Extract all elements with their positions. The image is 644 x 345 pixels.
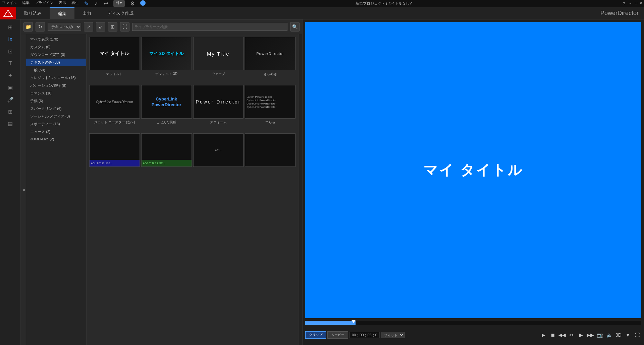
menu-plugin[interactable]: プラグイン xyxy=(35,0,53,7)
filter-dropdown[interactable]: テキストのみ xyxy=(48,23,81,31)
sidebar-audio-icon[interactable]: 🎤 xyxy=(4,94,16,105)
template-r3b[interactable]: AGS TITLE USE... xyxy=(141,133,192,180)
category-download[interactable]: ダウンロード完了 (0) xyxy=(26,51,86,59)
tab-edit[interactable]: 編集 xyxy=(50,7,74,19)
category-credits[interactable]: クレジット/スクロール (15) xyxy=(26,74,86,82)
template-balloon[interactable]: CyberLink PowerDirector しぼんだ風船 xyxy=(141,85,192,132)
category-3d[interactable]: 3D/3D-Like (2) xyxy=(26,136,86,142)
import-btn[interactable]: 📁 xyxy=(23,22,33,31)
template-swarm[interactable]: Power Director スウォーム xyxy=(193,85,244,132)
3d-dropdown-btn[interactable]: ▼ xyxy=(624,331,632,339)
template-coaster[interactable]: CyberLink PowerDirector ジェット コースター (左へ) xyxy=(89,85,140,132)
category-sporty[interactable]: スポーティー (13) xyxy=(26,120,86,128)
category-all[interactable]: すべて表示 (170) xyxy=(26,36,86,43)
preview-title: マイ タイトル xyxy=(423,161,523,180)
template-default[interactable]: マイ タイトル デフォルト xyxy=(89,37,140,84)
tab-disc[interactable]: ディスク作成 xyxy=(99,7,142,19)
fast-forward-btn[interactable]: ▶▶ xyxy=(586,331,594,339)
menu-play[interactable]: 再生 xyxy=(71,0,79,7)
sidebar-particle-icon[interactable]: ✦ xyxy=(4,70,16,80)
fullscreen-prev-btn[interactable]: ⛶ xyxy=(633,331,641,339)
category-vacation[interactable]: バケーション/旅行 (8) xyxy=(26,82,86,89)
preview-screen: マイ タイトル xyxy=(305,22,641,318)
template-sparkle-label: きらめき xyxy=(264,72,277,76)
category-news[interactable]: ニュース (2) xyxy=(26,128,86,136)
template-r3c[interactable]: ARI... xyxy=(193,133,244,180)
minimize-btn[interactable]: － xyxy=(629,1,632,6)
category-romance[interactable]: ロマンス (10) xyxy=(26,89,86,97)
template-3d[interactable]: マイ 3D タイトル デフォルト 3D xyxy=(141,37,192,84)
preview-background: マイ タイトル xyxy=(305,22,641,318)
template-coaster-label: ジェット コースター (左へ) xyxy=(94,120,135,125)
library-toolbar: 📁 ↻ テキストのみ ↗ ↙ ⊞ ⛶ 🔍 xyxy=(21,19,302,34)
category-list: すべて表示 (170) カスタム (0) ダウンロード完了 (0) テキストのみ… xyxy=(26,34,87,345)
category-kids[interactable]: 子供 (6) xyxy=(26,97,86,105)
sidebar-subtitle-icon[interactable]: ▤ xyxy=(4,119,16,129)
svg-point-2 xyxy=(8,15,9,16)
restore-btn[interactable]: □ xyxy=(635,1,637,6)
playback-controls: クリップ ムービー 00；00；05；00 フィット ▶ ⏹ ◀◀ ✂ ▶ ▶▶… xyxy=(303,325,644,345)
sidebar-media-icon[interactable]: ⊞ xyxy=(4,22,16,32)
3d-btn[interactable]: 3D xyxy=(614,331,623,339)
content-area: 📁 ↻ テキストのみ ↗ ↙ ⊞ ⛶ 🔍 ◀ すべて表示 (170) xyxy=(21,19,644,345)
import2-btn[interactable]: ↙ xyxy=(96,22,105,31)
project-title: 新規プロジェクト (タイトルなし)* xyxy=(356,1,412,6)
snapshot-btn[interactable]: 📷 xyxy=(596,331,604,339)
progress-fill xyxy=(305,321,356,325)
menu-file[interactable]: ファイル xyxy=(2,0,17,7)
refresh-btn[interactable]: ↻ xyxy=(36,22,45,31)
collapse-sidebar-btn[interactable]: ◀ xyxy=(21,34,26,345)
category-sparkling[interactable]: スパークリング (6) xyxy=(26,105,86,113)
library-panel: 📁 ↻ テキストのみ ↗ ↙ ⊞ ⛶ 🔍 ◀ すべて表示 (170) xyxy=(21,19,303,345)
trim-btn[interactable]: ✂ xyxy=(568,331,576,339)
tab-import[interactable]: 取り込み xyxy=(16,7,50,19)
menu-view[interactable]: 表示 xyxy=(59,0,66,7)
template-sparkle[interactable]: PowerDirector きらめき xyxy=(245,37,296,84)
sidebar-transition-icon[interactable]: ⊡ xyxy=(4,46,16,56)
stop-btn[interactable]: ⏹ xyxy=(549,331,557,339)
template-wave-label: ウェーブ xyxy=(212,72,225,76)
category-social[interactable]: ソーシャル メディア (3) xyxy=(26,113,86,120)
grid-scrollbar[interactable] xyxy=(298,34,302,345)
category-textonly[interactable]: テキストのみ (38) xyxy=(26,59,86,66)
template-r3d[interactable] xyxy=(245,133,296,180)
library-content: ◀ すべて表示 (170) カスタム (0) ダウンロード完了 (0) テキスト… xyxy=(21,34,302,345)
top-bar: ファイル 編集 プラグイン 表示 再生 ✎ ✓ ↩ 回▼ ⚙ 新規プロジェクト … xyxy=(0,0,644,7)
template-balloon-label: しぼんだ風船 xyxy=(156,120,176,125)
category-general[interactable]: 一般 (50) xyxy=(26,66,86,74)
template-r3a[interactable]: ACL TITLE USE... xyxy=(89,133,140,180)
fit-dropdown[interactable]: フィット xyxy=(381,332,405,338)
template-grid: マイ タイトル デフォルト マイ 3D タイトル デフォルト 3D My Tit… xyxy=(87,34,298,345)
category-custom[interactable]: カスタム (0) xyxy=(26,43,86,51)
sidebar-title-icon[interactable]: T xyxy=(4,58,16,68)
close-btn[interactable]: × xyxy=(640,1,642,6)
sidebar-chapter-icon[interactable]: ⊞ xyxy=(4,107,16,117)
nav-tabs: 取り込み 編集 出力 ディスク作成 PowerDirector xyxy=(0,7,644,19)
timeline-scrubber[interactable] xyxy=(305,321,641,325)
left-sidebar: ⊞ fx ⊡ T ✦ ▣ 🎤 ⊞ ▤ xyxy=(0,19,21,345)
timecode-input[interactable]: 00；00；05；00 xyxy=(350,332,380,338)
fullscreen-btn[interactable]: ⛶ xyxy=(120,22,129,31)
export-btn[interactable]: ↗ xyxy=(84,22,93,31)
grid-btn[interactable]: ⊞ xyxy=(108,22,117,31)
clip-btn[interactable]: クリップ xyxy=(305,331,326,339)
next-frame-btn[interactable]: ▶ xyxy=(577,331,585,339)
audio-btn[interactable]: 🔈 xyxy=(605,331,613,339)
menu-edit[interactable]: 編集 xyxy=(22,0,30,7)
template-icicle-label: つらら xyxy=(265,120,275,125)
sidebar-pip-icon[interactable]: ▣ xyxy=(4,82,16,92)
prev-frame-btn[interactable]: ◀◀ xyxy=(558,331,566,339)
template-icicle[interactable]: Lorem PowerDirector CyberLink PowerDirec… xyxy=(245,85,296,132)
help-btn[interactable]: ？ xyxy=(622,1,626,6)
tab-output[interactable]: 出力 xyxy=(74,7,99,19)
progress-handle[interactable] xyxy=(352,320,356,323)
play-btn[interactable]: ▶ xyxy=(539,331,547,339)
movie-btn[interactable]: ムービー xyxy=(327,331,348,339)
preview-panel: マイ タイトル クリップ ムービー 00；00；05；00 フィット ▶ ⏹ ◀… xyxy=(303,19,644,345)
template-wave[interactable]: My Title ウェーブ xyxy=(193,37,244,84)
sidebar-fx-icon[interactable]: fx xyxy=(4,34,16,44)
template-swarm-label: スウォーム xyxy=(210,120,227,125)
brand-name: PowerDirector xyxy=(600,10,644,17)
search-icon[interactable]: 🔍 xyxy=(290,22,300,31)
library-search[interactable] xyxy=(132,23,287,31)
